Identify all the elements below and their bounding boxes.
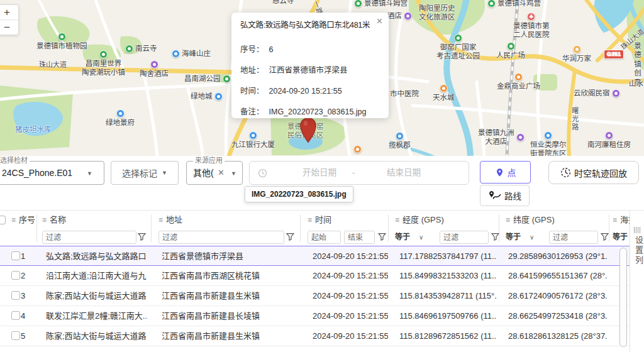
map-info-popup: 弘文路:致远路与弘文路路口东北481米 × 序号：6 地址：江西省景德镇市浮梁县… <box>231 13 389 118</box>
drag-handle-icon[interactable]: ≡ <box>395 216 399 224</box>
material-select[interactable]: 选择检材 24CS_Phone.E01 ▼ <box>0 161 104 185</box>
row-checkbox[interactable] <box>11 251 20 260</box>
filter-funnel-icon[interactable] <box>491 233 499 241</box>
drag-handle-icon[interactable]: ≡ <box>42 216 47 224</box>
cell-name: 陈家;西站大街与城运大道路... <box>46 326 147 346</box>
column-header-name[interactable]: ≡名称 <box>42 211 66 229</box>
cell-time: 2024-09-20 15:21:55 <box>313 246 388 266</box>
cell-time: 2024-09-20 15:21:55 <box>313 266 388 285</box>
clock-icon <box>258 168 267 178</box>
row-checkbox[interactable] <box>11 311 20 320</box>
drag-handle-icon[interactable]: ≡ <box>158 216 163 224</box>
filter-funnel-icon[interactable] <box>378 233 386 241</box>
vertical-scrollbar[interactable] <box>619 248 627 347</box>
popup-field-value: IMG_20220723_083615.jpg <box>269 107 367 116</box>
select-all-checkbox[interactable] <box>0 216 6 224</box>
point-mode-button[interactable]: 点 <box>480 161 531 184</box>
close-icon[interactable]: × <box>377 16 382 26</box>
green-poi-icon <box>487 0 496 8</box>
cell-lng: 115.84696197509766 (11... <box>399 306 497 326</box>
lat-filter-input[interactable] <box>549 231 598 244</box>
lat-operator-select[interactable]: 等于∨ <box>506 231 534 244</box>
row-checkbox[interactable] <box>11 291 20 300</box>
time-end-filter-input[interactable] <box>344 231 375 244</box>
column-settings-label: 设置列 <box>633 236 644 266</box>
poi-label: 山水 <box>629 79 643 88</box>
table-row[interactable]: 5 陈家;西站大街与城运大道路... 江西省南昌市新建县生米镇 2024-09-… <box>0 326 630 346</box>
column-header-num[interactable]: ≡序号 <box>11 211 35 229</box>
filter-funnel-icon[interactable] <box>601 233 609 241</box>
column-header-lng[interactable]: ≡经度 (GPS) <box>395 211 444 229</box>
lng-filter-input[interactable] <box>440 231 489 244</box>
time-start-filter-input[interactable] <box>308 231 341 244</box>
popup-field-label: 地址： <box>240 66 264 75</box>
cell-lng: 117.17882537841797 (11... <box>399 246 497 266</box>
table-row[interactable]: 3 陈家;西站大街与城运大道路... 江西省南昌市新建县生米镇 2024-09-… <box>0 286 630 306</box>
source-app-select[interactable]: 来源应用 其他( ✕ ▼ <box>186 161 243 185</box>
chevron-down-icon: ▼ <box>162 170 167 176</box>
row-checkbox[interactable] <box>11 271 20 280</box>
table-row[interactable]: 4 联发江岸汇景2幢;赣江南大... 江西省南昌市新建县长堎镇 2024-09-… <box>0 306 630 326</box>
row-checkbox[interactable] <box>11 331 20 340</box>
poi-label: 景德镇市植物园 <box>36 41 87 50</box>
lng-operator-select[interactable]: 等于∨ <box>395 231 423 244</box>
route-mode-button[interactable]: 路线 <box>480 185 530 206</box>
poi-label: 景德镇市第 二人民医院 <box>513 21 550 40</box>
drag-handle-icon[interactable]: ≡ <box>11 216 16 224</box>
column-header-addr[interactable]: ≡地址 <box>158 211 182 229</box>
mark-select[interactable]: 选择标记 ▼ <box>111 161 179 185</box>
yellow-shop-icon <box>573 45 581 53</box>
zoom-in-button[interactable]: + <box>0 5 18 20</box>
poi-label: 人民广场 <box>496 51 525 60</box>
map-canvas[interactable]: 慈云寺 景德镇斗姆宫 景德镇斗鸡营 酒店 陶阳里历史 文化旅游区 景德镇市第 二… <box>0 0 644 156</box>
date-range-picker[interactable]: 开始日期 - 结束日期 <box>249 161 469 185</box>
end-date-placeholder[interactable]: 结束日期 <box>375 162 432 184</box>
filter-funnel-icon[interactable] <box>286 233 294 241</box>
map-marker-icon[interactable] <box>299 117 317 143</box>
poi-label: 景德镇九洲 大酒店 <box>478 128 514 146</box>
filename-tooltip: IMG_20220723_083615.jpg <box>245 186 353 202</box>
poi-label: 酒店 <box>387 11 402 20</box>
poi-label: 南云寺 <box>135 44 157 53</box>
start-date-placeholder[interactable]: 开始日期 <box>291 162 348 184</box>
cell-name: 沿江南大道;沿江南大道与九... <box>46 266 147 285</box>
column-settings-panel[interactable]: 设置列 <box>630 211 644 352</box>
toolbar: 选择检材 24CS_Phone.E01 ▼ 选择标记 ▼ 来源应用 其他( ✕ … <box>0 156 644 210</box>
popup-field-label: 序号： <box>240 45 264 54</box>
cell-num: 3 <box>21 286 35 305</box>
table-row[interactable]: 2 沿江南大道;沿江南大道与九... 江西省南昌市西湖区桃花镇 2024-09-… <box>0 266 630 286</box>
purple-hotel-icon <box>605 131 613 140</box>
purple-hotel-icon <box>516 133 525 141</box>
column-header-lat[interactable]: ≡纬度 (GPS) <box>506 211 555 229</box>
cell-addr: 江西省南昌市新建县生米镇 <box>162 326 297 346</box>
filter-funnel-icon[interactable] <box>138 233 146 241</box>
replay-track-button[interactable]: 时空轨迹回放 <box>548 161 639 184</box>
table-row[interactable]: 1 弘文路;致远路与弘文路路口... 江西省景德镇市浮梁县 2024-09-20… <box>0 246 630 266</box>
clear-icon[interactable]: ✕ <box>218 168 225 177</box>
drag-handle-icon[interactable]: ≡ <box>506 216 510 224</box>
green-poi-icon <box>507 42 515 50</box>
popup-field-label: 备注： <box>240 107 264 116</box>
columns-icon <box>634 227 640 233</box>
alt-operator-select[interactable]: 等于 <box>613 231 629 244</box>
poi-label: 景德镇斗姆宫 <box>364 0 408 8</box>
poi-label: 恒业类摩尔 街景院东区 <box>530 140 567 156</box>
addr-filter-input[interactable] <box>158 231 284 244</box>
zoom-out-button[interactable]: − <box>0 20 18 35</box>
poi-label: 南河廉租住房 <box>587 140 631 149</box>
cell-lng: 115.8143539428711 (115°... <box>399 286 497 305</box>
column-header-time[interactable]: ≡时间 <box>308 211 331 229</box>
drag-handle-icon[interactable]: ≡ <box>308 216 312 224</box>
cell-name: 弘文路;致远路与弘文路路口... <box>46 246 147 266</box>
cell-num: 4 <box>21 306 35 326</box>
column-header-alt[interactable]: ≡海拔 <box>613 211 630 229</box>
blue-poi-icon <box>544 131 552 140</box>
drag-handle-icon[interactable]: ≡ <box>613 216 617 224</box>
green-poi-icon <box>99 50 108 58</box>
map-zoom-control[interactable]: + − <box>0 4 19 35</box>
name-filter-input[interactable] <box>42 231 136 244</box>
chevron-down-icon: ∨ <box>419 234 423 241</box>
cell-addr: 江西省南昌市新建县长堎镇 <box>162 306 297 326</box>
green-poi-icon <box>223 75 231 83</box>
road-label: 珠山大道 <box>39 61 67 70</box>
